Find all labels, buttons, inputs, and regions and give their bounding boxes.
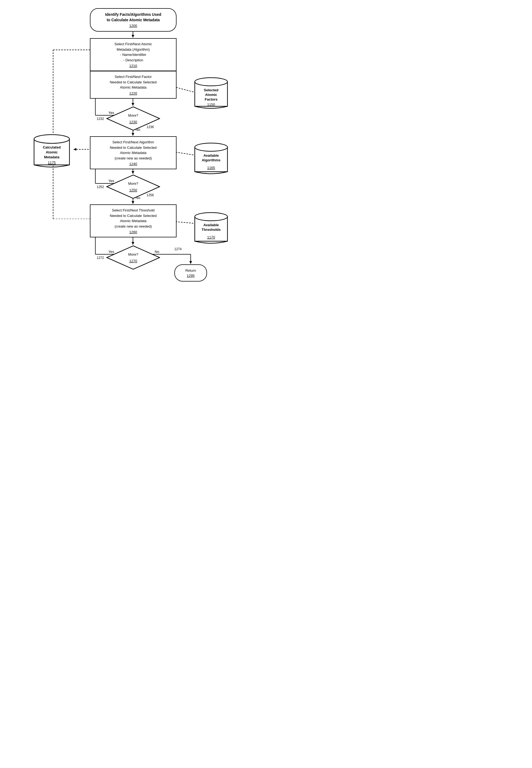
svg-text:1175: 1175 (48, 160, 56, 165)
svg-marker-57 (107, 175, 160, 198)
svg-text:Selected: Selected (204, 88, 218, 92)
svg-point-70 (195, 143, 227, 151)
svg-text:1232: 1232 (97, 117, 104, 121)
svg-text:Factors: Factors (205, 97, 218, 101)
node-1240: Select First/Next AlgorithmNeeded to Cal… (90, 136, 177, 169)
svg-marker-13 (132, 133, 134, 136)
diamond-1250: More? 1250 (106, 174, 160, 199)
svg-text:1230: 1230 (129, 120, 137, 124)
svg-text:More?: More? (128, 113, 138, 117)
node-1220: Select First/Next FactorNeeded to Calcul… (90, 71, 177, 99)
start-ref: 1200 (129, 24, 137, 28)
svg-point-80 (34, 135, 69, 143)
node-1220-ref: 1220 (129, 91, 137, 95)
svg-marker-25 (132, 201, 134, 204)
svg-text:1250: 1250 (129, 188, 137, 192)
svg-marker-54 (107, 107, 160, 130)
node-1260-label: Select First/Next ThresholdNeeded to Cal… (110, 208, 157, 229)
svg-point-64 (195, 78, 227, 86)
svg-text:More?: More? (128, 181, 138, 186)
svg-text:1170: 1170 (207, 235, 215, 239)
cylinder-1150: Selected Atomic Factors 1150 (193, 76, 229, 113)
svg-text:1274: 1274 (174, 247, 182, 251)
cylinder-1175: Calculated Atomic Metadata 1175 (33, 133, 71, 173)
node-1260-ref: 1260 (129, 230, 137, 234)
svg-text:1270: 1270 (129, 259, 137, 263)
svg-text:Thresholds: Thresholds (202, 227, 221, 232)
svg-marker-38 (189, 261, 192, 264)
svg-text:Algorithms: Algorithms (202, 158, 221, 162)
cylinder-1170: Available Thresholds 1170 (193, 211, 229, 248)
node-1210-ref: 1210 (129, 64, 137, 68)
diamond-1270: More? 1270 (106, 245, 160, 270)
svg-text:Calculated: Calculated (43, 145, 61, 149)
svg-text:Available: Available (203, 223, 219, 227)
cylinder-1165: Available Algorithms 1165 (193, 142, 229, 178)
svg-marker-29 (132, 242, 134, 245)
end-node: Return 1295 (174, 264, 207, 281)
node-1210: Select First/Next AtomicMetadata (Algori… (90, 38, 177, 71)
svg-text:1165: 1165 (207, 166, 215, 170)
start-label: Identify Facts/Algorithms Used to Calcul… (105, 12, 161, 23)
svg-text:Available: Available (203, 153, 219, 157)
start-node: Identify Facts/Algorithms Used to Calcul… (90, 8, 177, 32)
svg-marker-60 (107, 246, 160, 269)
svg-marker-1 (132, 35, 134, 38)
svg-marker-17 (132, 171, 134, 174)
svg-marker-5 (132, 103, 134, 106)
svg-text:More?: More? (128, 252, 138, 256)
node-1240-ref: 1240 (129, 162, 137, 166)
svg-marker-48 (74, 148, 76, 151)
svg-point-75 (195, 212, 227, 221)
end-ref: 1295 (187, 274, 195, 278)
svg-text:Atomic: Atomic (205, 93, 217, 97)
end-label: Return (185, 268, 196, 273)
node-1240-label: Select First/Next AlgorithmNeeded to Cal… (110, 139, 157, 161)
svg-text:1272: 1272 (97, 256, 104, 260)
diagram-container: Yes 1232 No 1236 Yes 1252 No 1256 Yes 12… (0, 0, 266, 384)
svg-text:Metadata: Metadata (44, 155, 60, 159)
node-1210-label: Select First/Next AtomicMetadata (Algori… (114, 41, 152, 63)
svg-text:Atomic: Atomic (46, 150, 58, 154)
svg-text:1150: 1150 (207, 102, 215, 107)
node-1220-label: Select First/Next FactorNeeded to Calcul… (110, 74, 157, 90)
node-1260: Select First/Next ThresholdNeeded to Cal… (90, 204, 177, 237)
diamond-1230: More? 1230 (106, 106, 160, 131)
svg-text:1252: 1252 (97, 185, 104, 189)
